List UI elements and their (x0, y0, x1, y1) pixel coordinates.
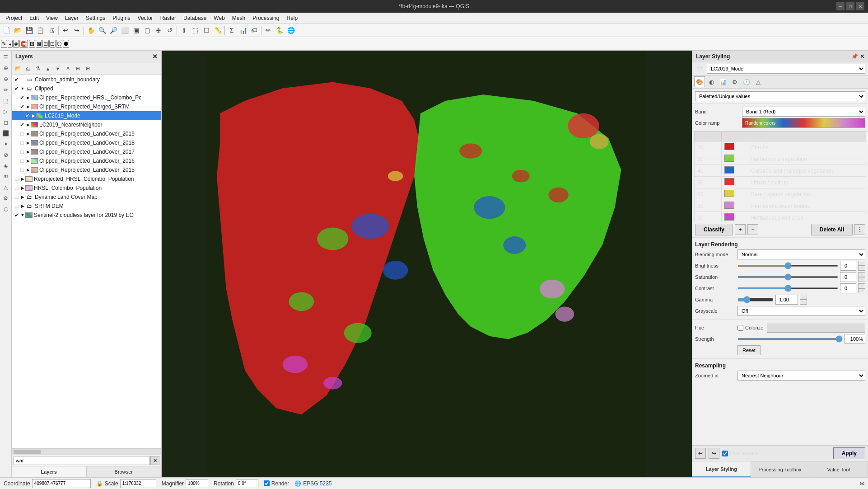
panel-close-icon[interactable]: ✕ (860, 53, 864, 60)
print-button[interactable]: 🖨 (46, 25, 57, 36)
menu-vector[interactable]: Vector (134, 14, 157, 22)
contrast-down[interactable]: ▼ (858, 288, 865, 293)
color-table-row[interactable]: 60 Bare / sparse vegetation (695, 188, 866, 200)
color-ramp-button[interactable]: Random colors (742, 118, 865, 128)
layer-item-selected[interactable]: ✔ ▶ LC2019_Mode (12, 111, 161, 120)
symbology-tab-icon[interactable]: 🎨 (694, 76, 705, 87)
layer-item[interactable]: □ ▶ HRSL_Colombo_Population (12, 183, 161, 193)
class-color-cell[interactable] (721, 153, 748, 165)
menu-database[interactable]: Database (180, 14, 210, 22)
zoomed-in-select[interactable]: Nearest Neighbour (737, 371, 865, 381)
contrast-slider[interactable] (737, 287, 838, 289)
messages-icon[interactable]: ✉ (860, 480, 864, 487)
python-button[interactable]: 🐍 (274, 25, 285, 36)
gamma-slider[interactable] (737, 296, 774, 303)
menu-view[interactable]: View (42, 14, 61, 22)
layers-panel-close[interactable]: ✕ (152, 53, 158, 60)
layer-item[interactable]: □ ▶ Clipped_Reprojected_LandCover_2017 (12, 147, 161, 156)
d-btn1[interactable]: ⊞ (29, 40, 35, 48)
expand-all-button[interactable]: ⊞ (83, 64, 92, 73)
move-down-button[interactable]: ▼ (53, 64, 62, 73)
layer-item[interactable]: ✔ ▶ LC2019_NearestNeighbor (12, 120, 161, 129)
menu-web[interactable]: Web (210, 14, 228, 22)
scale-value[interactable] (120, 479, 156, 488)
select-button[interactable]: ⬚ (190, 25, 201, 36)
reset-button[interactable]: Reset (737, 345, 761, 355)
menu-project[interactable]: Project (2, 14, 26, 22)
gamma-up[interactable]: ▲ (800, 295, 807, 300)
layer-item[interactable]: ✔ ▼ 🗂 Clipped (12, 84, 161, 93)
search-clear-button[interactable]: ✕ (150, 456, 159, 465)
transparency-tab-icon[interactable]: ◐ (706, 76, 717, 87)
move-up-button[interactable]: ▲ (43, 64, 52, 73)
measure-button[interactable]: 📏 (212, 25, 223, 36)
save-as-button[interactable]: 📋 (35, 25, 46, 36)
layer-item[interactable]: □ ▶ Clipped_Reprojected_LandCover_2016 (12, 156, 161, 165)
brightness-slider[interactable] (737, 265, 838, 267)
menu-processing[interactable]: Processing (249, 14, 283, 22)
render-checkbox[interactable] (264, 480, 270, 486)
class-color-cell[interactable] (721, 177, 748, 188)
left-icon-8[interactable]: ⬛ (1, 128, 11, 138)
vertex-button[interactable]: ◈ (13, 40, 19, 48)
color-swatch[interactable] (724, 202, 734, 209)
minimize-button[interactable]: ─ (836, 2, 845, 10)
snapping-button[interactable]: 🧲 (19, 40, 28, 48)
left-icon-12[interactable]: ≋ (1, 172, 11, 182)
color-swatch[interactable] (724, 213, 734, 221)
contrast-up[interactable]: ▲ (858, 283, 865, 288)
new-group-button[interactable]: 🗂 (23, 64, 33, 73)
blending-select[interactable]: Normal (737, 249, 865, 259)
panel-pin-icon[interactable]: 📌 (851, 53, 858, 60)
digitize-button[interactable]: ✏ (263, 25, 274, 36)
renderer-select[interactable]: Paletted/Unique values (695, 91, 865, 101)
zoom-layer-button[interactable]: ▣ (131, 25, 141, 36)
color-swatch[interactable] (724, 178, 734, 185)
color-table-row[interactable]: 80 Permanent water bodies (695, 200, 866, 212)
remove-layer-button[interactable]: ✕ (63, 64, 72, 73)
identify-button[interactable]: ℹ (178, 25, 189, 36)
left-icon-2[interactable]: ⊕ (1, 63, 11, 73)
coordinate-value[interactable] (32, 479, 91, 488)
open-project-button[interactable]: 📂 (12, 25, 23, 36)
strength-value[interactable] (845, 334, 865, 344)
rp-tab-value-tool[interactable]: Value Tool (809, 461, 868, 477)
colorize-checkbox[interactable] (737, 325, 743, 331)
left-icon-6[interactable]: ▷ (1, 107, 11, 117)
menu-settings[interactable]: Settings (82, 14, 109, 22)
live-update-checkbox[interactable] (722, 451, 728, 456)
zoom-out-button[interactable]: 🔎 (108, 25, 119, 36)
d-btn3[interactable]: ⊟ (42, 40, 49, 48)
class-color-cell[interactable] (721, 141, 748, 153)
rp-tab-layer-styling[interactable]: Layer Styling (692, 461, 751, 477)
d-btn2[interactable]: ⊠ (36, 40, 42, 48)
pan-map-button[interactable]: ⊕ (153, 25, 164, 36)
node-button[interactable]: ⬥ (8, 40, 13, 48)
color-swatch[interactable] (724, 155, 734, 162)
d-btn6[interactable]: ⬢ (63, 40, 69, 48)
deselect-button[interactable]: ☐ (201, 25, 212, 36)
layer-item[interactable]: □ ▶ Clipped_Reprojected_LandCover_2015 (12, 165, 161, 174)
layer-item[interactable]: □ ▶ 🗂 Dynamic Land Cover Map (12, 193, 161, 202)
left-icon-9[interactable]: ✦ (1, 139, 11, 149)
color-table-row[interactable]: 40 Cultured and managed vegetation (695, 165, 866, 177)
edit-button[interactable]: ✎ (1, 40, 7, 48)
left-icon-11[interactable]: ◈ (1, 161, 11, 171)
map-area[interactable] (162, 51, 692, 477)
contrast-value[interactable] (840, 283, 856, 293)
new-project-button[interactable]: 📄 (1, 25, 12, 36)
menu-plugins[interactable]: Plugins (109, 14, 134, 22)
layer-item[interactable]: □ ▶ 🗂 SRTM DEM (12, 202, 161, 211)
color-table-row[interactable]: 90 Herbaceous wetlands (695, 212, 866, 222)
tab-layers[interactable]: Layers (12, 466, 87, 477)
left-icon-3[interactable]: ⊖ (1, 74, 11, 84)
saturation-down[interactable]: ▼ (858, 277, 865, 282)
left-icon-7[interactable]: ◻ (1, 118, 11, 127)
label-button[interactable]: 🏷 (249, 25, 260, 36)
filter-layer-button[interactable]: ⚗ (33, 64, 42, 73)
gamma-value[interactable] (775, 295, 798, 305)
map-canvas[interactable] (162, 51, 692, 477)
delete-all-button[interactable]: Delete All (811, 224, 853, 235)
crs-value[interactable]: EPSG:5235 (303, 480, 331, 487)
summary-button[interactable]: Σ (226, 25, 237, 36)
